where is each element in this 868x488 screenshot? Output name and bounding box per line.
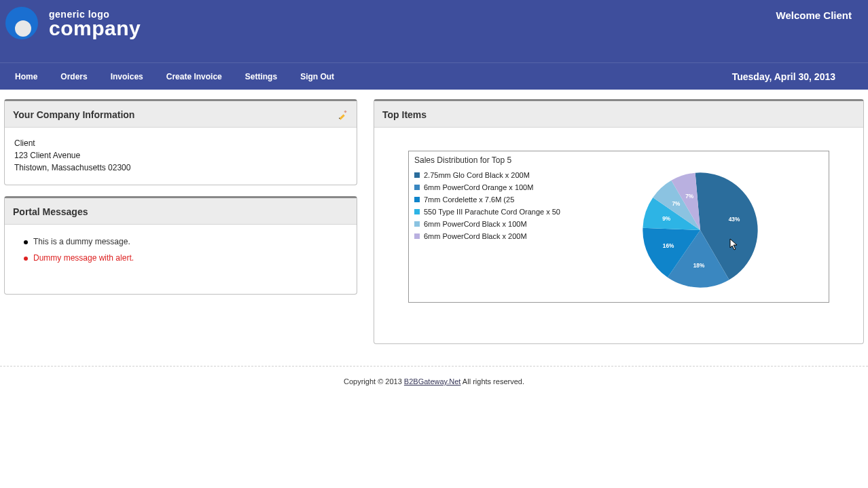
- chart-box: Sales Distribution for Top 5 2.75mm Glo …: [408, 151, 829, 303]
- company-info-title: Your Company Information: [13, 109, 134, 120]
- footer-suffix: All rights reserved.: [460, 377, 524, 386]
- nav-settings[interactable]: Settings: [245, 72, 277, 81]
- legend-item: 550 Type III Parachute Cord Orange x 50: [414, 206, 571, 218]
- logo-text: generic logo company: [49, 9, 141, 37]
- nav-sign-out[interactable]: Sign Out: [300, 72, 334, 81]
- legend-swatch: [414, 185, 420, 190]
- pie-slice-label: 9%: [662, 216, 671, 222]
- legend-swatch: [414, 197, 420, 202]
- content: Your Company Information Client 123 Clie…: [0, 90, 868, 360]
- message-item: Dummy message with alert.: [24, 253, 347, 263]
- pie-wrap: 43%18%16%9%7%7%: [571, 168, 823, 293]
- top-items-header: Top Items: [374, 101, 863, 128]
- nav-date: Tuesday, April 30, 2013: [732, 71, 835, 82]
- pie-slice-label: 43%: [729, 217, 740, 223]
- legend-label: 7mm Cordelette x 7.6M (25: [424, 193, 514, 206]
- header: generic logo company Welcome Client: [0, 0, 868, 62]
- logo-mark: [5, 5, 39, 39]
- legend-item: 6mm PowerCord Orange x 100M: [414, 181, 571, 193]
- pie-slice-label: 7%: [672, 201, 681, 207]
- nav-orders[interactable]: Orders: [60, 72, 87, 81]
- legend-swatch: [414, 221, 420, 227]
- company-info-panel: Your Company Information Client 123 Clie…: [4, 99, 357, 185]
- legend-label: 2.75mm Glo Cord Black x 200M: [424, 169, 530, 181]
- legend-item: 2.75mm Glo Cord Black x 200M: [414, 169, 571, 181]
- pie-slice-label: 16%: [663, 243, 674, 249]
- legend-item: 6mm PowerCord Black x 100M: [414, 218, 571, 230]
- company-info-header: Your Company Information: [5, 101, 357, 128]
- welcome-text: Welcome Client: [776, 10, 852, 21]
- svg-rect-0: [339, 114, 344, 119]
- edit-icon[interactable]: [338, 109, 348, 120]
- messages-list: This is a dummy message.Dummy message wi…: [14, 237, 347, 263]
- legend-label: 6mm PowerCord Orange x 100M: [424, 181, 533, 193]
- right-column: Top Items Sales Distribution for Top 5 2…: [374, 99, 864, 355]
- legend-label: 6mm PowerCord Black x 100M: [424, 218, 527, 230]
- portal-messages-header: Portal Messages: [5, 198, 357, 225]
- legend-swatch: [414, 233, 420, 239]
- legend-label: 6mm PowerCord Black x 200M: [424, 230, 527, 242]
- nav-create-invoice[interactable]: Create Invoice: [166, 72, 222, 81]
- company-address-line: 123 Client Avenue: [14, 149, 347, 162]
- message-item: This is a dummy message.: [24, 237, 347, 246]
- pie-slice-label: 7%: [685, 193, 694, 200]
- portal-messages-panel: Portal Messages This is a dummy message.…: [4, 196, 357, 295]
- svg-rect-2: [344, 110, 346, 113]
- left-column: Your Company Information Client 123 Clie…: [4, 99, 357, 305]
- company-info-body: Client 123 Client Avenue Thistown, Massa…: [5, 128, 357, 185]
- legend-swatch: [414, 172, 420, 178]
- legend-item: 6mm PowerCord Black x 200M: [414, 230, 571, 242]
- portal-messages-body: This is a dummy message.Dummy message wi…: [5, 225, 357, 294]
- company-city-line: Thistown, Massachusetts 02300: [14, 162, 347, 174]
- nav-home[interactable]: Home: [15, 72, 37, 81]
- legend-swatch: [414, 209, 420, 214]
- top-items-title: Top Items: [382, 109, 427, 120]
- legend-item: 7mm Cordelette x 7.6M (25: [414, 193, 571, 206]
- chart-legend: 2.75mm Glo Cord Black x 200M6mm PowerCor…: [414, 168, 571, 242]
- pie-slice-label: 18%: [693, 263, 705, 269]
- portal-messages-title: Portal Messages: [13, 206, 88, 217]
- pie-chart: 43%18%16%9%7%7%: [638, 168, 763, 293]
- nav-invoices[interactable]: Invoices: [111, 72, 143, 81]
- top-items-panel: Top Items Sales Distribution for Top 5 2…: [374, 99, 864, 344]
- footer-link[interactable]: B2BGateway.Net: [404, 377, 461, 386]
- chart-title: Sales Distribution for Top 5: [414, 155, 823, 165]
- navbar: Home Orders Invoices Create Invoice Sett…: [0, 62, 868, 90]
- top-items-body: Sales Distribution for Top 5 2.75mm Glo …: [374, 128, 863, 343]
- footer-prefix: Copyright © 2013: [344, 377, 404, 386]
- footer: Copyright © 2013 B2BGateway.Net All righ…: [0, 366, 868, 406]
- company-name-line: Client: [14, 137, 347, 149]
- logo: generic logo company: [5, 5, 858, 39]
- logo-company-name: company: [49, 20, 141, 37]
- legend-label: 550 Type III Parachute Cord Orange x 50: [424, 206, 560, 218]
